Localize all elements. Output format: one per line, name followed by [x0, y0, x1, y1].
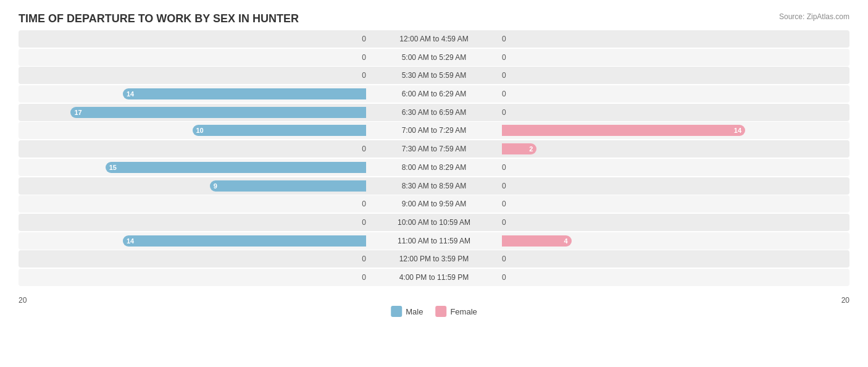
chart-row: 98:30 AM to 8:59 AM0: [19, 177, 849, 195]
female-value-zero: 0: [502, 53, 506, 62]
left-section: 9: [19, 177, 366, 195]
time-label: 12:00 AM to 4:59 AM: [366, 35, 502, 43]
female-value-zero: 0: [502, 71, 506, 80]
time-label: 7:00 AM to 7:29 AM: [366, 126, 502, 135]
chart-row: 012:00 PM to 3:59 PM0: [19, 250, 849, 268]
female-value-zero: 0: [502, 108, 506, 117]
left-section: 14: [19, 232, 366, 250]
bar-male: 17: [70, 107, 366, 118]
time-label: 8:00 AM to 8:29 AM: [366, 163, 502, 172]
left-section: 0: [19, 140, 366, 158]
left-section: 15: [19, 159, 366, 176]
legend-male-label: Male: [406, 307, 423, 316]
male-value-zero: 0: [362, 218, 366, 227]
axis-right-value: 20: [841, 296, 849, 305]
legend-male: Male: [391, 306, 423, 317]
time-label: 12:00 PM to 3:59 PM: [366, 255, 502, 263]
chart-title: TIME OF DEPARTURE TO WORK BY SEX IN HUNT…: [19, 12, 849, 25]
chart-row: 012:00 AM to 4:59 AM0: [19, 30, 849, 48]
male-value-inside: 17: [74, 109, 81, 116]
bar-male: 14: [123, 235, 366, 247]
legend-male-box: [391, 306, 402, 317]
left-section: 0: [19, 269, 366, 286]
time-label: 9:00 AM to 9:59 AM: [366, 200, 502, 208]
legend-female-box: [435, 306, 446, 317]
rows-container: 012:00 AM to 4:59 AM005:00 AM to 5:29 AM…: [19, 30, 849, 286]
chart-row: 146:00 AM to 6:29 AM0: [19, 85, 849, 103]
male-value-zero: 0: [362, 273, 366, 282]
chart-container: TIME OF DEPARTURE TO WORK BY SEX IN HUNT…: [0, 0, 868, 367]
bar-male: 10: [193, 125, 367, 136]
right-section: 2: [502, 140, 849, 158]
male-value-inside: 15: [109, 164, 117, 171]
chart-row: 05:00 AM to 5:29 AM0: [19, 49, 849, 66]
chart-area: 012:00 AM to 4:59 AM005:00 AM to 5:29 AM…: [19, 30, 849, 317]
male-value-inside: 9: [214, 182, 217, 190]
male-value-zero: 0: [362, 145, 366, 153]
right-section: 0: [502, 177, 849, 195]
time-label: 6:30 AM to 6:59 AM: [366, 108, 502, 117]
legend-female: Female: [435, 306, 477, 317]
female-value-zero: 0: [502, 218, 506, 227]
right-section: 0: [502, 195, 849, 213]
left-section: 0: [19, 67, 366, 84]
chart-row: 1411:00 AM to 11:59 AM4: [19, 232, 849, 250]
time-label: 10:00 AM to 10:59 AM: [366, 218, 502, 227]
right-section: 0: [502, 30, 849, 48]
female-value-zero: 0: [502, 255, 506, 263]
chart-row: 07:30 AM to 7:59 AM2: [19, 140, 849, 158]
female-value-zero: 0: [502, 200, 506, 208]
bar-male: 14: [123, 88, 366, 99]
time-label: 5:00 AM to 5:29 AM: [366, 53, 502, 62]
chart-row: 176:30 AM to 6:59 AM0: [19, 104, 849, 121]
male-value-inside: 14: [127, 237, 134, 245]
source-label: Source: ZipAtlas.com: [779, 12, 849, 21]
right-section: 0: [502, 49, 849, 66]
legend-female-label: Female: [450, 307, 477, 316]
time-label: 11:00 AM to 11:59 AM: [366, 237, 502, 245]
bar-female: 14: [502, 125, 745, 136]
female-value-inside: 2: [529, 145, 533, 153]
male-value-zero: 0: [362, 255, 366, 263]
female-value-zero: 0: [502, 163, 506, 172]
female-value-zero: 0: [502, 35, 506, 43]
axis-left-value: 20: [19, 296, 27, 305]
legend: Male Female: [391, 306, 477, 317]
female-value-inside: 14: [734, 127, 741, 134]
left-section: 0: [19, 30, 366, 48]
right-section: 0: [502, 85, 849, 103]
chart-row: 158:00 AM to 8:29 AM0: [19, 159, 849, 176]
right-section: 4: [502, 232, 849, 250]
chart-row: 05:30 AM to 5:59 AM0: [19, 67, 849, 84]
left-section: 0: [19, 195, 366, 213]
female-value-zero: 0: [502, 273, 506, 282]
chart-row: 09:00 AM to 9:59 AM0: [19, 195, 849, 213]
chart-row: 04:00 PM to 11:59 PM0: [19, 269, 849, 286]
bar-male: 9: [210, 180, 366, 192]
right-section: 0: [502, 250, 849, 268]
chart-row: 107:00 AM to 7:29 AM14: [19, 122, 849, 139]
time-label: 4:00 PM to 11:59 PM: [366, 273, 502, 282]
male-value-zero: 0: [362, 35, 366, 43]
chart-row: 010:00 AM to 10:59 AM0: [19, 214, 849, 231]
bar-male: 15: [106, 162, 366, 173]
right-section: 0: [502, 159, 849, 176]
right-section: 14: [502, 122, 849, 139]
time-label: 5:30 AM to 5:59 AM: [366, 71, 502, 80]
bar-female: 2: [502, 143, 536, 154]
axis-bottom: 20 20: [19, 296, 849, 305]
male-value-inside: 10: [196, 127, 204, 134]
right-section: 0: [502, 67, 849, 84]
left-section: 0: [19, 214, 366, 231]
time-label: 8:30 AM to 8:59 AM: [366, 182, 502, 190]
left-section: 0: [19, 250, 366, 268]
female-value-zero: 0: [502, 182, 506, 190]
time-label: 7:30 AM to 7:59 AM: [366, 145, 502, 153]
left-section: 17: [19, 104, 366, 121]
male-value-inside: 14: [127, 90, 134, 98]
bar-female: 4: [502, 235, 572, 247]
female-value-inside: 4: [564, 237, 567, 245]
left-section: 10: [19, 122, 366, 139]
male-value-zero: 0: [362, 71, 366, 80]
left-section: 14: [19, 85, 366, 103]
